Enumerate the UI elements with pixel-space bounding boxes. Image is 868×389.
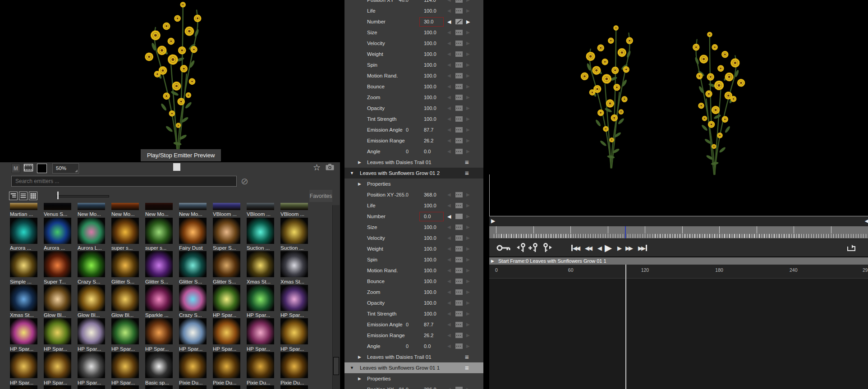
graph-button[interactable] — [455, 268, 463, 273]
next-value-arrow-icon[interactable]: ▶ — [466, 254, 470, 265]
track-area[interactable] — [489, 279, 868, 389]
property-value[interactable]: 100.0 — [424, 265, 436, 276]
property-row[interactable]: Velocity100.0◀▶ — [344, 38, 483, 49]
emitter-thumbnail[interactable] — [145, 203, 173, 210]
prev-value-arrow-icon[interactable]: ◀ — [447, 276, 451, 287]
properties-group-row[interactable]: ▶Properties — [344, 373, 483, 384]
emitter-thumbnail[interactable] — [213, 385, 240, 389]
emitter-thumbnail[interactable] — [145, 285, 173, 311]
range-in-marker-icon[interactable]: ▶ — [491, 218, 495, 224]
property-row[interactable]: Zoom100.0◀▶ — [344, 92, 483, 103]
emitter-thumbnail[interactable] — [280, 352, 308, 378]
next-value-arrow-icon[interactable]: ▶ — [466, 81, 470, 92]
property-value[interactable]: 100.0 — [424, 38, 436, 49]
prev-value-arrow-icon[interactable]: ◀ — [447, 5, 451, 16]
property-row[interactable]: Angle00.0◀▶ — [344, 341, 483, 352]
property-row[interactable]: Size100.0◀▶ — [344, 222, 483, 233]
property-sub-value[interactable]: 0 — [388, 146, 409, 157]
next-value-arrow-icon[interactable]: ▶ — [466, 297, 470, 308]
property-row[interactable]: Motion Rand.100.0◀▶ — [344, 70, 483, 81]
property-row[interactable]: Motion Rand.100.0◀▶ — [344, 265, 483, 276]
view-list-icon[interactable] — [19, 192, 28, 200]
emitter-thumbnail[interactable] — [111, 218, 139, 244]
property-value[interactable]: 26.2 — [424, 135, 433, 146]
emitter-thumbnail[interactable] — [247, 218, 274, 244]
next-value-arrow-icon[interactable]: ▶ — [466, 276, 470, 287]
graph-button[interactable] — [455, 149, 463, 154]
property-value[interactable]: 100.0 — [424, 70, 436, 81]
property-value[interactable]: 100.0 — [424, 59, 436, 70]
emitter-row-collapsed[interactable]: ▶Leaves with Daisies Trail 01≡ — [344, 352, 483, 362]
timeline-playhead[interactable] — [625, 265, 626, 389]
property-row[interactable]: Position XY-265.0368.0◀▶ — [344, 189, 483, 200]
next-value-arrow-icon[interactable]: ▶ — [466, 92, 470, 103]
prev-value-arrow-icon[interactable]: ◀ — [447, 124, 451, 135]
graph-button[interactable] — [455, 333, 463, 338]
properties-group-row[interactable]: ▶Properties — [344, 178, 483, 189]
expand-triangle-icon[interactable]: ▶ — [358, 178, 361, 189]
emitter-row[interactable]: ▼Leaves with Sunflowers Grow 01 2≡ — [344, 168, 483, 178]
prev-value-arrow-icon[interactable]: ◀ — [447, 341, 451, 352]
play-button[interactable]: ▶ — [605, 239, 612, 257]
property-row[interactable]: Life100.0◀▶ — [344, 5, 483, 16]
property-row[interactable]: Life100.0◀▶ — [344, 200, 483, 211]
search-input[interactable] — [11, 176, 237, 187]
emitter-thumbnail[interactable] — [78, 285, 105, 311]
next-value-arrow-icon[interactable]: ▶ — [466, 243, 470, 254]
property-value[interactable]: 87.7 — [424, 319, 433, 330]
property-value[interactable]: 0.0 — [424, 211, 431, 222]
camera-icon[interactable] — [326, 164, 334, 170]
property-row[interactable]: Position XY46.0114.0◀▶ — [344, 0, 483, 5]
next-value-arrow-icon[interactable]: ▶ — [466, 70, 470, 81]
prev-value-arrow-icon[interactable]: ◀ — [447, 16, 451, 27]
emitter-thumbnail[interactable] — [44, 203, 71, 210]
property-value[interactable]: 0.0 — [424, 146, 431, 157]
step-forward-button[interactable]: ▶ — [617, 239, 620, 257]
property-value[interactable]: 100.0 — [424, 222, 436, 233]
filmstrip-icon[interactable] — [23, 163, 33, 172]
emitter-thumbnail[interactable] — [280, 385, 308, 389]
emitter-thumbnail[interactable] — [213, 285, 240, 311]
emitter-menu-icon[interactable]: ≡ — [465, 157, 469, 168]
emitter-thumbnail[interactable] — [44, 352, 71, 378]
prev-value-arrow-icon[interactable]: ◀ — [447, 319, 451, 330]
prev-value-arrow-icon[interactable]: ◀ — [447, 70, 451, 81]
emitter-thumbnail[interactable] — [111, 203, 139, 210]
prev-value-arrow-icon[interactable]: ◀ — [447, 92, 451, 103]
property-row[interactable]: Spin100.0◀▶ — [344, 59, 483, 70]
next-value-arrow-icon[interactable]: ▶ — [466, 38, 470, 49]
graph-button[interactable] — [455, 300, 463, 306]
emitter-thumbnail[interactable] — [213, 318, 240, 344]
prev-value-arrow-icon[interactable]: ◀ — [447, 27, 451, 38]
collapse-triangle-icon[interactable]: ▼ — [350, 168, 354, 178]
graph-button[interactable] — [455, 224, 463, 230]
emitter-thumbnail[interactable] — [179, 318, 207, 344]
emitter-thumbnail[interactable] — [44, 285, 71, 311]
timeline-scrub-ruler[interactable] — [489, 226, 868, 238]
property-value[interactable]: 100.0 — [424, 92, 436, 103]
next-value-arrow-icon[interactable]: ▶ — [466, 5, 470, 16]
prev-value-arrow-icon[interactable]: ◀ — [447, 103, 451, 114]
emitter-thumbnail[interactable] — [145, 218, 173, 244]
graph-button[interactable] — [455, 214, 463, 219]
expand-triangle-icon[interactable]: ▶ — [358, 373, 361, 384]
prev-value-arrow-icon[interactable]: ◀ — [447, 49, 451, 59]
emitter-thumbnail[interactable] — [111, 318, 139, 344]
next-value-arrow-icon[interactable]: ▶ — [466, 211, 470, 222]
next-value-arrow-icon[interactable]: ▶ — [466, 265, 470, 276]
emitter-thumbnail[interactable] — [145, 251, 173, 277]
property-row[interactable]: Opacity100.0◀▶ — [344, 103, 483, 114]
emitter-menu-icon[interactable]: ≡ — [465, 168, 469, 178]
timeline-range-bar[interactable]: ▶ ◀ — [489, 216, 868, 226]
preview-zoom-dropdown[interactable]: 50% — [52, 163, 79, 174]
property-value[interactable]: 368.0 — [424, 189, 436, 200]
next-value-arrow-icon[interactable]: ▶ — [466, 16, 470, 27]
prev-value-arrow-icon[interactable]: ◀ — [447, 243, 451, 254]
emitter-thumbnail[interactable] — [44, 385, 71, 389]
emitter-row[interactable]: ▼Leaves with Sunflowers Grow 01 1≡ — [344, 362, 483, 373]
emitter-menu-icon[interactable]: ≡ — [465, 362, 469, 373]
emitter-thumbnail[interactable] — [145, 352, 173, 378]
emitter-thumbnail[interactable] — [10, 203, 37, 210]
emitter-thumbnail[interactable] — [280, 318, 308, 344]
graph-button[interactable] — [455, 387, 463, 389]
